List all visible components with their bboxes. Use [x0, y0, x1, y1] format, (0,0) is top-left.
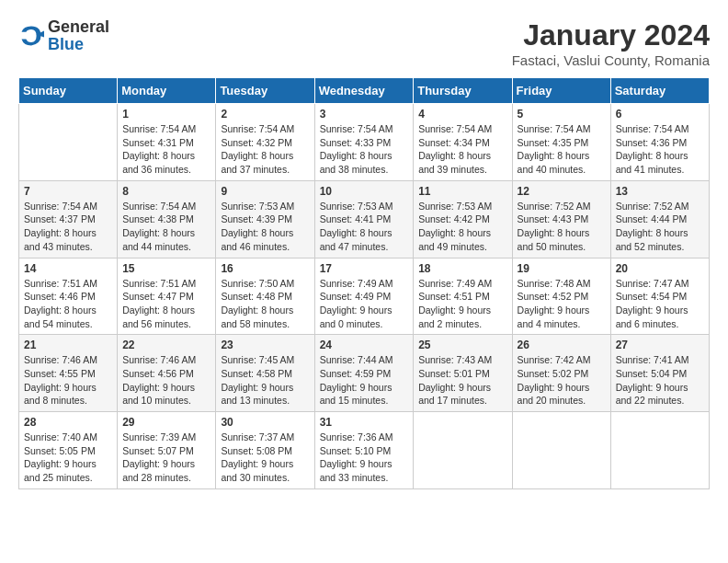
- weekday-header: Tuesday: [216, 78, 314, 104]
- day-number: 8: [122, 185, 210, 198]
- day-number: 6: [616, 108, 704, 121]
- day-info: Sunrise: 7:39 AM Sunset: 5:07 PM Dayligh…: [122, 431, 210, 485]
- day-info: Sunrise: 7:54 AM Sunset: 4:34 PM Dayligh…: [418, 122, 506, 177]
- calendar: SundayMondayTuesdayWednesdayThursdayFrid…: [18, 77, 710, 489]
- day-info: Sunrise: 7:53 AM Sunset: 4:42 PM Dayligh…: [418, 200, 506, 254]
- day-info: Sunrise: 7:52 AM Sunset: 4:43 PM Dayligh…: [518, 200, 606, 254]
- calendar-cell: 23Sunrise: 7:45 AM Sunset: 4:58 PM Dayli…: [216, 335, 314, 412]
- day-number: 1: [122, 108, 210, 121]
- day-info: Sunrise: 7:40 AM Sunset: 5:05 PM Dayligh…: [24, 431, 112, 485]
- day-info: Sunrise: 7:42 AM Sunset: 5:02 PM Dayligh…: [518, 353, 606, 408]
- day-info: Sunrise: 7:54 AM Sunset: 4:36 PM Dayligh…: [616, 122, 704, 177]
- calendar-cell: [512, 412, 610, 489]
- day-number: 20: [616, 262, 704, 275]
- calendar-cell: 24Sunrise: 7:44 AM Sunset: 4:59 PM Dayli…: [314, 335, 414, 412]
- day-info: Sunrise: 7:54 AM Sunset: 4:33 PM Dayligh…: [320, 122, 409, 177]
- day-info: Sunrise: 7:36 AM Sunset: 5:10 PM Dayligh…: [320, 431, 409, 485]
- calendar-cell: 8Sunrise: 7:54 AM Sunset: 4:38 PM Daylig…: [118, 180, 216, 258]
- day-info: Sunrise: 7:51 AM Sunset: 4:46 PM Dayligh…: [24, 277, 112, 331]
- calendar-cell: 13Sunrise: 7:52 AM Sunset: 4:44 PM Dayli…: [610, 180, 709, 258]
- day-info: Sunrise: 7:54 AM Sunset: 4:31 PM Dayligh…: [122, 122, 210, 177]
- day-number: 12: [518, 185, 606, 198]
- calendar-cell: [414, 412, 512, 489]
- day-number: 22: [122, 339, 210, 351]
- logo: General Blue: [18, 18, 109, 53]
- day-info: Sunrise: 7:49 AM Sunset: 4:49 PM Dayligh…: [320, 277, 409, 331]
- logo-general: General: [48, 17, 109, 36]
- day-info: Sunrise: 7:41 AM Sunset: 5:04 PM Dayligh…: [616, 353, 704, 408]
- day-info: Sunrise: 7:37 AM Sunset: 5:08 PM Dayligh…: [221, 431, 309, 485]
- weekday-header: Wednesday: [314, 78, 414, 104]
- day-number: 27: [616, 339, 704, 351]
- day-number: 21: [24, 339, 112, 351]
- day-number: 31: [320, 416, 409, 429]
- calendar-cell: 22Sunrise: 7:46 AM Sunset: 4:56 PM Dayli…: [118, 335, 216, 412]
- day-number: 11: [418, 185, 506, 198]
- calendar-week-row: 14Sunrise: 7:51 AM Sunset: 4:46 PM Dayli…: [19, 258, 710, 335]
- weekday-header: Thursday: [414, 78, 512, 104]
- day-number: 14: [24, 262, 112, 275]
- calendar-cell: [19, 104, 118, 181]
- weekday-header: Sunday: [19, 78, 118, 104]
- day-number: 10: [320, 185, 409, 198]
- calendar-cell: 4Sunrise: 7:54 AM Sunset: 4:34 PM Daylig…: [414, 104, 512, 181]
- day-info: Sunrise: 7:54 AM Sunset: 4:32 PM Dayligh…: [221, 122, 309, 177]
- day-number: 7: [24, 185, 112, 198]
- day-info: Sunrise: 7:54 AM Sunset: 4:37 PM Dayligh…: [24, 200, 112, 254]
- calendar-cell: 27Sunrise: 7:41 AM Sunset: 5:04 PM Dayli…: [610, 335, 709, 412]
- day-info: Sunrise: 7:45 AM Sunset: 4:58 PM Dayligh…: [221, 353, 309, 408]
- day-number: 17: [320, 262, 409, 275]
- day-info: Sunrise: 7:54 AM Sunset: 4:35 PM Dayligh…: [518, 122, 606, 177]
- calendar-cell: 31Sunrise: 7:36 AM Sunset: 5:10 PM Dayli…: [314, 412, 414, 489]
- calendar-cell: 15Sunrise: 7:51 AM Sunset: 4:47 PM Dayli…: [118, 258, 216, 335]
- weekday-header: Monday: [118, 78, 216, 104]
- day-info: Sunrise: 7:51 AM Sunset: 4:47 PM Dayligh…: [122, 277, 210, 331]
- day-info: Sunrise: 7:54 AM Sunset: 4:38 PM Dayligh…: [122, 200, 210, 254]
- logo-blue: Blue: [48, 35, 84, 53]
- day-number: 15: [122, 262, 210, 275]
- calendar-cell: 2Sunrise: 7:54 AM Sunset: 4:32 PM Daylig…: [216, 104, 314, 181]
- day-number: 25: [418, 339, 506, 351]
- calendar-week-row: 21Sunrise: 7:46 AM Sunset: 4:55 PM Dayli…: [19, 335, 710, 412]
- day-number: 30: [221, 416, 309, 429]
- day-number: 9: [221, 185, 309, 198]
- calendar-cell: 30Sunrise: 7:37 AM Sunset: 5:08 PM Dayli…: [216, 412, 314, 489]
- day-info: Sunrise: 7:53 AM Sunset: 4:39 PM Dayligh…: [221, 200, 309, 254]
- weekday-header: Friday: [512, 78, 610, 104]
- calendar-cell: 6Sunrise: 7:54 AM Sunset: 4:36 PM Daylig…: [610, 104, 709, 181]
- day-number: 4: [418, 108, 506, 121]
- header: General Blue January 2024 Fastaci, Vaslu…: [18, 18, 710, 68]
- calendar-cell: 10Sunrise: 7:53 AM Sunset: 4:41 PM Dayli…: [314, 180, 414, 258]
- calendar-header-row: SundayMondayTuesdayWednesdayThursdayFrid…: [19, 78, 710, 104]
- calendar-cell: 17Sunrise: 7:49 AM Sunset: 4:49 PM Dayli…: [314, 258, 414, 335]
- calendar-cell: 18Sunrise: 7:49 AM Sunset: 4:51 PM Dayli…: [414, 258, 512, 335]
- logo-icon: [18, 23, 44, 49]
- logo-text: General Blue: [48, 18, 109, 53]
- day-number: 13: [616, 185, 704, 198]
- calendar-cell: 25Sunrise: 7:43 AM Sunset: 5:01 PM Dayli…: [414, 335, 512, 412]
- day-info: Sunrise: 7:48 AM Sunset: 4:52 PM Dayligh…: [518, 277, 606, 331]
- day-info: Sunrise: 7:46 AM Sunset: 4:56 PM Dayligh…: [122, 353, 210, 408]
- calendar-cell: 3Sunrise: 7:54 AM Sunset: 4:33 PM Daylig…: [314, 104, 414, 181]
- calendar-cell: 16Sunrise: 7:50 AM Sunset: 4:48 PM Dayli…: [216, 258, 314, 335]
- day-number: 28: [24, 416, 112, 429]
- day-info: Sunrise: 7:52 AM Sunset: 4:44 PM Dayligh…: [616, 200, 704, 254]
- day-number: 19: [518, 262, 606, 275]
- calendar-cell: [610, 412, 709, 489]
- calendar-cell: 1Sunrise: 7:54 AM Sunset: 4:31 PM Daylig…: [118, 104, 216, 181]
- title-section: January 2024 Fastaci, Vaslui County, Rom…: [512, 18, 710, 68]
- calendar-cell: 11Sunrise: 7:53 AM Sunset: 4:42 PM Dayli…: [414, 180, 512, 258]
- day-info: Sunrise: 7:49 AM Sunset: 4:51 PM Dayligh…: [418, 277, 506, 331]
- day-number: 2: [221, 108, 309, 121]
- calendar-week-row: 28Sunrise: 7:40 AM Sunset: 5:05 PM Dayli…: [19, 412, 710, 489]
- day-number: 23: [221, 339, 309, 351]
- day-number: 3: [320, 108, 409, 121]
- calendar-cell: 5Sunrise: 7:54 AM Sunset: 4:35 PM Daylig…: [512, 104, 610, 181]
- weekday-header: Saturday: [610, 78, 709, 104]
- day-info: Sunrise: 7:53 AM Sunset: 4:41 PM Dayligh…: [320, 200, 409, 254]
- calendar-cell: 19Sunrise: 7:48 AM Sunset: 4:52 PM Dayli…: [512, 258, 610, 335]
- calendar-cell: 26Sunrise: 7:42 AM Sunset: 5:02 PM Dayli…: [512, 335, 610, 412]
- day-number: 18: [418, 262, 506, 275]
- main-title: January 2024: [512, 18, 710, 52]
- day-number: 24: [320, 339, 409, 351]
